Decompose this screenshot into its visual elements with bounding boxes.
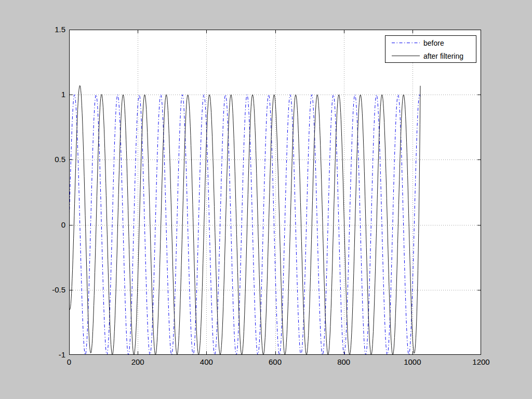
x-tick-label: 1200 xyxy=(472,357,489,366)
y-tick-label: -1 xyxy=(0,350,65,360)
legend[interactable]: before after filtering xyxy=(385,35,476,63)
legend-item-after-filtering: after filtering xyxy=(385,49,476,62)
after-filtering-curve xyxy=(69,86,420,355)
y-tick-label: 0.5 xyxy=(0,155,65,164)
x-tick-label: 0 xyxy=(67,357,71,366)
y-tick-label: 1.5 xyxy=(0,25,65,34)
x-tick-label: 800 xyxy=(337,357,350,366)
matlab-figure-window: { "figure": { "width": 1024, "height": 7… xyxy=(0,0,532,399)
y-tick-label: 1 xyxy=(0,90,65,99)
legend-label-before: before xyxy=(423,39,444,47)
x-tick-label: 400 xyxy=(200,357,213,366)
legend-label-after-filtering: after filtering xyxy=(423,52,463,60)
legend-item-before: before xyxy=(385,36,476,49)
x-tick-label: 1000 xyxy=(404,357,421,366)
after-filtering-line-sample-icon xyxy=(391,53,421,59)
y-tick-label: -0.5 xyxy=(0,285,65,295)
x-tick-label: 200 xyxy=(131,357,144,366)
y-tick-label: 0 xyxy=(0,220,65,230)
plot-area xyxy=(69,30,481,355)
before-line-sample-icon xyxy=(391,40,421,46)
x-tick-label: 600 xyxy=(269,357,282,366)
axes-canvas xyxy=(69,30,481,355)
